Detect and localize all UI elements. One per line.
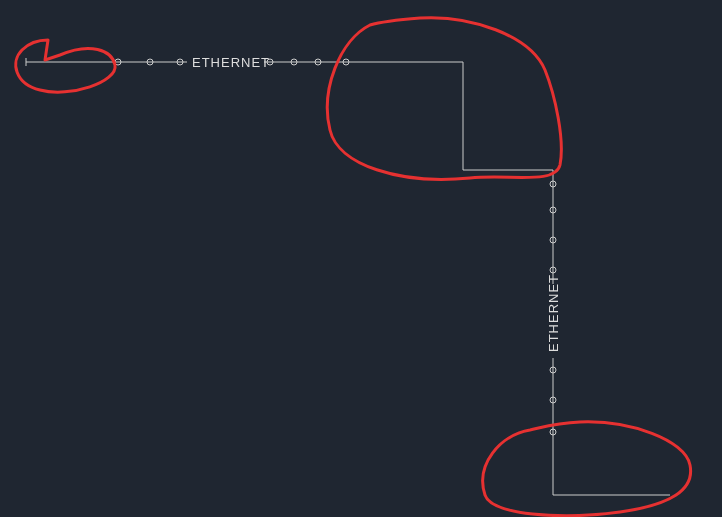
annotation-top-right xyxy=(327,18,561,180)
annotation-left xyxy=(16,40,115,92)
cad-canvas[interactable]: ETHERNET ETHERNET xyxy=(0,0,722,517)
ethernet-label-h: ETHERNET xyxy=(192,55,270,70)
ethernet-label-v: ETHERNET xyxy=(546,274,561,352)
annotation-bottom xyxy=(483,422,691,516)
